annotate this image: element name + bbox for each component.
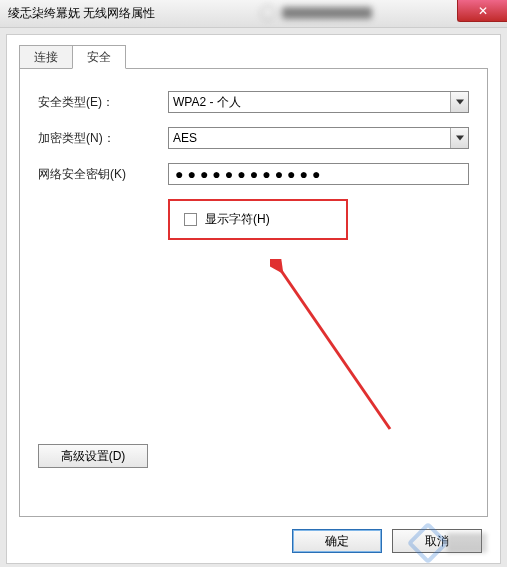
cancel-label: 取消 (425, 534, 449, 548)
row-network-key: 网络安全密钥(K) (38, 163, 469, 185)
row-encryption-type: 加密类型(N)： AES (38, 127, 469, 149)
blurred-background-window (260, 2, 440, 24)
advanced-settings-label: 高级设置(D) (61, 449, 126, 463)
tabpanel-security: 安全类型(E)： WPA2 - 个人 加密类型(N)： AES 网络安全密钥(K… (19, 68, 488, 517)
select-security-type-wrap: WPA2 - 个人 (168, 91, 469, 113)
label-show-characters: 显示字符(H) (205, 211, 270, 228)
select-encryption-type[interactable]: AES (168, 127, 469, 149)
label-security-type: 安全类型(E)： (38, 94, 168, 111)
select-security-type[interactable]: WPA2 - 个人 (168, 91, 469, 113)
ok-label: 确定 (325, 534, 349, 548)
annotation-arrow-icon (270, 259, 410, 449)
input-network-key[interactable] (168, 163, 469, 185)
annotation-highlight-box: 显示字符(H) (168, 199, 348, 240)
advanced-settings-button[interactable]: 高级设置(D) (38, 444, 148, 468)
ok-button[interactable]: 确定 (292, 529, 382, 553)
svg-line-0 (280, 269, 390, 429)
close-icon: ✕ (478, 4, 488, 18)
tab-connect-label: 连接 (34, 50, 58, 64)
label-network-key: 网络安全密钥(K) (38, 166, 168, 183)
tab-connect[interactable]: 连接 (19, 45, 73, 69)
titlebar: 绫忎柒绔羃妩 无线网络属性 ✕ (0, 0, 507, 28)
checkbox-show-characters[interactable] (184, 213, 197, 226)
dialog-footer: 确定 取消 (292, 529, 482, 553)
window-body: 连接 安全 安全类型(E)： WPA2 - 个人 加密类型(N)： AES 网络… (6, 34, 501, 564)
select-encryption-type-wrap: AES (168, 127, 469, 149)
close-button[interactable]: ✕ (457, 0, 507, 22)
tab-security-label: 安全 (87, 50, 111, 64)
label-encryption-type: 加密类型(N)： (38, 130, 168, 147)
row-security-type: 安全类型(E)： WPA2 - 个人 (38, 91, 469, 113)
cancel-button[interactable]: 取消 (392, 529, 482, 553)
window-title: 绫忎柒绔羃妩 无线网络属性 (8, 5, 155, 22)
tab-security[interactable]: 安全 (72, 45, 126, 69)
tabstrip: 连接 安全 (19, 45, 126, 69)
